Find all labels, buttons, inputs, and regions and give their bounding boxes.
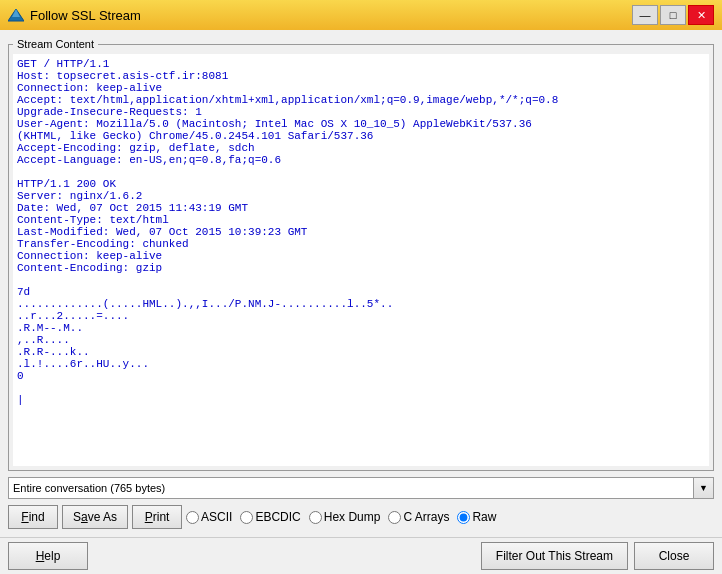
main-content: Stream Content Entire conversation (765 … <box>0 30 722 537</box>
radio-hexdump[interactable] <box>309 511 322 524</box>
toolbar-row: Find Save As Print ASCII EBCDIC Hex Dump… <box>8 505 714 529</box>
radio-ebcdic-label[interactable]: EBCDIC <box>240 510 300 524</box>
stream-fieldset: Stream Content <box>8 38 714 471</box>
stream-group-legend: Stream Content <box>13 38 98 50</box>
radio-carrays[interactable] <box>388 511 401 524</box>
radio-ebcdic[interactable] <box>240 511 253 524</box>
minimize-button[interactable]: — <box>632 5 658 25</box>
print-button[interactable]: Print <box>132 505 182 529</box>
bottom-right-buttons: Filter Out This Stream Close <box>481 542 714 570</box>
bottom-bar: Help Filter Out This Stream Close <box>0 537 722 574</box>
help-button[interactable]: Help <box>8 542 88 570</box>
conversation-select[interactable]: Entire conversation (765 bytes) <box>8 477 694 499</box>
app-icon <box>8 7 24 23</box>
radio-ascii-label[interactable]: ASCII <box>186 510 232 524</box>
save-as-button[interactable]: Save As <box>62 505 128 529</box>
radio-raw-label[interactable]: Raw <box>457 510 496 524</box>
filter-out-button[interactable]: Filter Out This Stream <box>481 542 628 570</box>
conversation-row: Entire conversation (765 bytes) ▼ <box>8 477 714 499</box>
title-bar-controls: — □ ✕ <box>632 5 714 25</box>
title-bar-left: Follow SSL Stream <box>8 7 141 23</box>
conversation-dropdown-arrow[interactable]: ▼ <box>694 477 714 499</box>
radio-hexdump-label[interactable]: Hex Dump <box>309 510 381 524</box>
close-window-button[interactable]: ✕ <box>688 5 714 25</box>
find-button[interactable]: Find <box>8 505 58 529</box>
radio-raw[interactable] <box>457 511 470 524</box>
close-button[interactable]: Close <box>634 542 714 570</box>
title-bar: Follow SSL Stream — □ ✕ <box>0 0 722 30</box>
maximize-button[interactable]: □ <box>660 5 686 25</box>
stream-text-area[interactable] <box>13 54 709 466</box>
window-title: Follow SSL Stream <box>30 8 141 23</box>
radio-ascii[interactable] <box>186 511 199 524</box>
radio-carrays-label[interactable]: C Arrays <box>388 510 449 524</box>
